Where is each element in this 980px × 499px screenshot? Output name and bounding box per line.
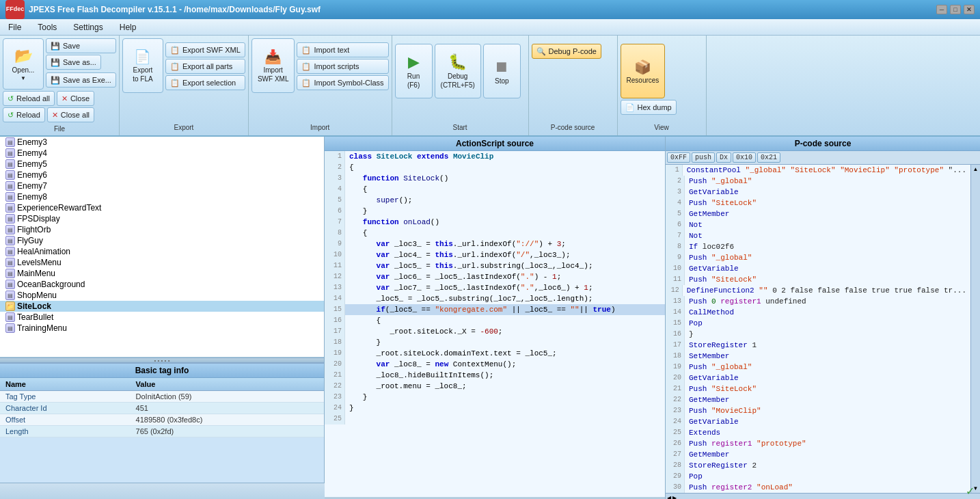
import-text-button[interactable]: 📋 Import text — [297, 42, 388, 57]
pcode-hscroll[interactable]: ◀ ▶ — [666, 493, 980, 499]
as-code-editor[interactable]: 1class SiteLock extends MovieClip 2{ 3 f… — [325, 151, 665, 497]
export-all-parts-button[interactable]: 📋 Export all parts — [165, 59, 245, 74]
app-title: JPEXS Free Flash Decompiler v.15.1.1 - /… — [29, 5, 321, 14]
debug-button[interactable]: 🐛 Debug (CTRL+F5) — [435, 44, 481, 98]
tree-icon-enemy4: ▤ — [5, 148, 15, 158]
debug-label2: (CTRL+F5) — [441, 81, 475, 89]
tree-item-enemy6[interactable]: ▤ Enemy6 — [0, 170, 324, 180]
reload-button[interactable]: ↺ Reload — [3, 107, 45, 122]
toolbar-file-section: 📂 Open... ▼ 💾 Save 💾 Save as... 💾 Save a… — [0, 36, 120, 135]
code-line-22: 22 _root.menu = _loc8_; — [325, 381, 665, 392]
export-swf-xml-icon: 📋 — [170, 46, 180, 55]
menu-tools[interactable]: Tools — [29, 19, 65, 35]
tree-item-mainmenu[interactable]: ▤ MainMenu — [0, 268, 324, 279]
minimize-button[interactable]: ─ — [936, 5, 947, 14]
tree-item-healanimation[interactable]: ▤ HealAnimation — [0, 246, 324, 257]
menu-settings[interactable]: Settings — [65, 19, 111, 35]
tree-item-shopmenu[interactable]: ▤ ShopMenu — [0, 290, 324, 301]
import-swf-xml-button[interactable]: 📥 Import SWF XML — [251, 38, 295, 93]
tree-item-flyguy[interactable]: ▤ FlyGuy — [0, 235, 324, 246]
pcode-line-5: 5GetMember — [666, 208, 970, 219]
open-group: 📂 Open... ▼ 💾 Save 💾 Save as... 💾 Save a… — [3, 38, 116, 90]
tree-icon-trainingmenu: ▤ — [5, 323, 15, 333]
export-swf-xml-button[interactable]: 📋 Export SWF XML — [165, 42, 245, 57]
tree-item-enemy8[interactable]: ▤ Enemy8 — [0, 191, 324, 202]
pcode-scrollbar[interactable]: ▲ ▼ — [970, 165, 980, 493]
menu-file[interactable]: File — [0, 19, 29, 35]
maximize-button[interactable]: □ — [950, 5, 961, 14]
pcode-line-7: 7Not — [666, 230, 970, 241]
stop-button[interactable]: ⏹ Stop — [483, 44, 521, 98]
hex-dump-button[interactable]: 📄 Hex dump — [621, 100, 677, 115]
toolbar-start-section: ▶ Run (F6) 🐛 Debug (CTRL+F5) ⏹ Stop Star… — [392, 36, 529, 135]
close-button[interactable]: ✕ Close — [57, 91, 94, 106]
tree-icon-fpsdisplay: ▤ — [5, 214, 15, 224]
tree-item-enemy7[interactable]: ▤ Enemy7 — [0, 180, 324, 191]
close-all-button[interactable]: ✕ Close all — [47, 107, 94, 122]
pcode-code-viewer[interactable]: 1ConstantPool "_global" "SiteLock" "Movi… — [666, 165, 970, 493]
tree-icon-levelsmenu: ▤ — [5, 258, 15, 267]
tag-val-length: 765 (0x2fd) — [131, 426, 324, 437]
pcode-section-label: P-code source — [532, 122, 614, 133]
pcode-tb-btn-0x10[interactable]: 0x10 — [733, 152, 756, 163]
tree-item-experience[interactable]: ▤ ExperienceRewardText — [0, 202, 324, 213]
tree-item-enemy5[interactable]: ▤ Enemy5 — [0, 159, 324, 170]
sidebar: ▤ Enemy3 ▤ Enemy4 ▤ Enemy5 ▤ Enemy6 ▤ En… — [0, 137, 325, 483]
code-line-17: 17 _root.siteLock._X = -600; — [325, 326, 665, 337]
debug-pcode-button[interactable]: 🔍 Debug P-code — [532, 44, 601, 59]
code-line-9: 9 var _loc3_ = this._url.indexOf("://") … — [325, 239, 665, 250]
app-logo-icon: FFdec — [5, 0, 25, 19]
reload-all-button[interactable]: ↺ Reload all — [3, 91, 55, 106]
tree-item-sitelock[interactable]: 📁 SiteLock — [0, 301, 324, 312]
tree-item-tearbullet[interactable]: ▤ TearBullet — [0, 312, 324, 323]
pcode-panel: P-code source 0xFF push Dx 0x10 0x21 1Co… — [666, 137, 980, 499]
import-scripts-icon: 📋 — [301, 62, 311, 71]
pcode-hscroll-right-icon: ▶ — [672, 495, 677, 499]
tree-item-flightorb[interactable]: ▤ FlightOrb — [0, 224, 324, 235]
tree-item-enemy3[interactable]: ▤ Enemy3 — [0, 137, 324, 148]
tag-row-type: Tag TypeDoInitAction (59) — [0, 391, 324, 403]
run-label: Run — [407, 72, 420, 80]
pcode-tb-btn-push[interactable]: push — [692, 152, 715, 163]
save-as-exe-button[interactable]: 💾 Save as Exe... — [46, 72, 116, 87]
import-text-icon: 📋 — [301, 46, 311, 55]
tree-item-enemy4[interactable]: ▤ Enemy4 — [0, 148, 324, 159]
save-as-button[interactable]: 💾 Save as... — [46, 55, 101, 70]
tag-name-char: Character Id — [0, 403, 131, 414]
save-button[interactable]: 💾 Save — [46, 38, 116, 53]
close-window-button[interactable]: ✕ — [964, 5, 975, 14]
pcode-line-24: 24GetVariable — [666, 416, 970, 427]
tree-item-trainingmenu[interactable]: ▤ TrainingMenu — [0, 323, 324, 334]
view-section-label: View — [621, 122, 703, 133]
basic-tag-title: Basic tag info — [0, 364, 324, 378]
export-section-label: Export — [122, 122, 245, 133]
pcode-scroll-up-icon: ▲ — [973, 166, 979, 172]
code-line-20: 20 var _loc8_ = new ContextMenu(); — [325, 359, 665, 370]
run-button[interactable]: ▶ Run (F6) — [395, 44, 433, 98]
menu-help[interactable]: Help — [111, 19, 145, 35]
pcode-line-1: 1ConstantPool "_global" "SiteLock" "Movi… — [666, 165, 970, 176]
tree-item-oceanbackground[interactable]: ▤ OceanBackground — [0, 279, 324, 290]
tree-item-fpsdisplay[interactable]: ▤ FPSDisplay — [0, 213, 324, 224]
export-to-fla-button[interactable]: 📄 Export to FLA — [122, 38, 163, 93]
pcode-tb-btn-0x21[interactable]: 0x21 — [757, 152, 780, 163]
pcode-line-10: 10GetVariable — [666, 263, 970, 274]
sitelock-label: SiteLock — [17, 301, 51, 311]
resources-button[interactable]: 📦 Resources — [621, 44, 666, 98]
code-area: ActionScript source 1class SiteLock exte… — [325, 137, 980, 483]
open-button[interactable]: 📂 Open... ▼ — [3, 38, 44, 90]
import-symbol-class-button[interactable]: 📋 Import Symbol-Class — [297, 75, 388, 90]
tree-item-levelsmenu[interactable]: ▤ LevelsMenu — [0, 257, 324, 268]
sidebar-tree[interactable]: ▤ Enemy3 ▤ Enemy4 ▤ Enemy5 ▤ Enemy6 ▤ En… — [0, 137, 324, 358]
toolbar-row-reload: ↺ Reload all ✕ Close — [3, 91, 116, 106]
import-scripts-button[interactable]: 📋 Import scripts — [297, 59, 388, 74]
sidebar-resize-handle[interactable]: • • • • • — [0, 358, 324, 363]
pcode-line-6: 6Not — [666, 219, 970, 230]
export-selection-button[interactable]: 📋 Export selection — [165, 75, 245, 90]
pcode-tb-btn-dx[interactable]: Dx — [716, 152, 731, 163]
tree-icon-enemy6: ▤ — [5, 170, 15, 180]
pcode-line-9: 9Push "_global" — [666, 252, 970, 263]
tag-table: NameValue Tag TypeDoInitAction (59) Char… — [0, 378, 324, 437]
pcode-btn-row: 🔍 Debug P-code — [532, 44, 614, 59]
pcode-tb-btn-0xff[interactable]: 0xFF — [667, 152, 690, 163]
